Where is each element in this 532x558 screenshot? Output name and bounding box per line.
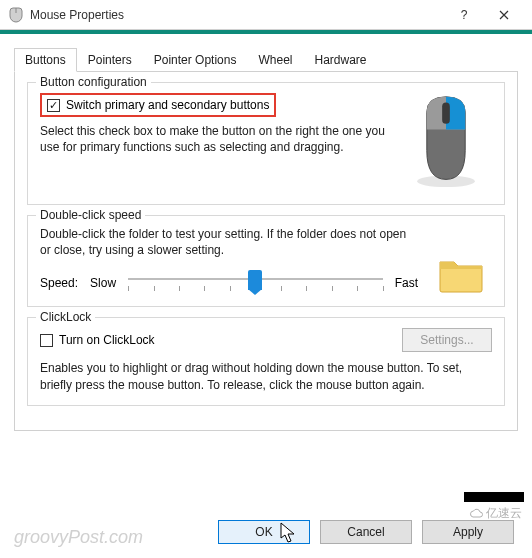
clicklock-row[interactable]: Turn on ClickLock — [40, 333, 155, 347]
slow-label: Slow — [90, 276, 116, 290]
clicklock-settings-button[interactable]: Settings... — [402, 328, 492, 352]
ok-button[interactable]: OK — [218, 520, 310, 544]
speed-label: Speed: — [40, 276, 78, 290]
cancel-button[interactable]: Cancel — [320, 520, 412, 544]
double-click-desc: Double-click the folder to test your set… — [40, 226, 418, 258]
group-clicklock-label: ClickLock — [36, 310, 95, 324]
mouse-icon — [8, 7, 24, 23]
dialog-footer: groovyPost.com OK Cancel Apply — [0, 510, 532, 558]
tab-hardware[interactable]: Hardware — [303, 48, 377, 72]
tab-wheel[interactable]: Wheel — [247, 48, 303, 72]
mouse-illustration — [406, 93, 492, 192]
test-folder[interactable] — [430, 226, 492, 294]
tab-buttons[interactable]: Buttons — [14, 48, 77, 72]
speed-slider-row: Speed: Slow Fast — [40, 272, 418, 294]
group-button-config: Button configuration Switch primary and … — [27, 82, 505, 205]
group-clicklock: ClickLock Turn on ClickLock Settings... … — [27, 317, 505, 405]
switch-buttons-label: Switch primary and secondary buttons — [66, 98, 269, 112]
tab-strip: Buttons Pointers Pointer Options Wheel H… — [14, 48, 518, 72]
close-icon — [499, 10, 509, 20]
button-config-desc: Select this check box to make the button… — [40, 123, 394, 155]
title-bar: Mouse Properties ? — [0, 0, 532, 30]
tab-body: Button configuration Switch primary and … — [14, 72, 518, 431]
content-area: Buttons Pointers Pointer Options Wheel H… — [0, 34, 532, 431]
svg-rect-1 — [442, 103, 450, 124]
tab-pointer-options[interactable]: Pointer Options — [143, 48, 248, 72]
speed-slider[interactable] — [128, 272, 383, 294]
clicklock-checkbox[interactable] — [40, 334, 53, 347]
speed-slider-thumb[interactable] — [248, 270, 262, 290]
close-button[interactable] — [484, 0, 524, 29]
help-button[interactable]: ? — [444, 0, 484, 29]
switch-buttons-checkbox[interactable] — [47, 99, 60, 112]
folder-icon — [438, 254, 484, 294]
group-double-click: Double-click speed Double-click the fold… — [27, 215, 505, 307]
tab-pointers[interactable]: Pointers — [77, 48, 143, 72]
group-double-click-label: Double-click speed — [36, 208, 145, 222]
watermark: groovyPost.com — [14, 527, 143, 548]
switch-buttons-row[interactable]: Switch primary and secondary buttons — [40, 93, 276, 117]
apply-button[interactable]: Apply — [422, 520, 514, 544]
fast-label: Fast — [395, 276, 418, 290]
redaction-bar — [464, 492, 524, 502]
group-button-config-label: Button configuration — [36, 75, 151, 89]
clicklock-desc: Enables you to highlight or drag without… — [40, 360, 492, 392]
clicklock-label: Turn on ClickLock — [59, 333, 155, 347]
window-title: Mouse Properties — [30, 8, 444, 22]
